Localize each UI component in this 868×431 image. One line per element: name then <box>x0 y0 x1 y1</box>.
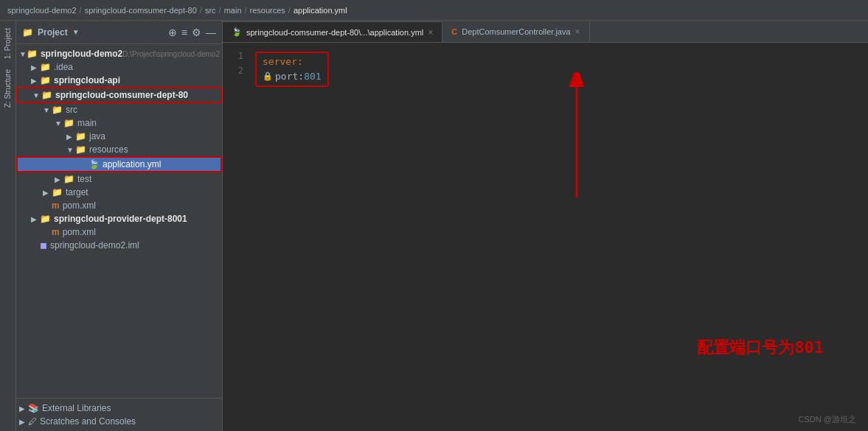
tree-arrow-main: ▼ <box>55 119 63 127</box>
tree-item-scratches-consoles[interactable]: ▶🖊Scratches and Consoles <box>16 415 222 428</box>
tree-icon-springcloud-comsumer-dept-80: 📁 <box>41 90 52 100</box>
annotation-text: 配置端口号为801 <box>697 338 824 357</box>
tree-label-test: test <box>77 174 91 184</box>
breadcrumb-part-5[interactable]: resources <box>250 6 285 15</box>
tree-label-src: src <box>66 105 77 115</box>
sidebar-title: 📁 Project ▼ <box>22 27 80 38</box>
tree-item-java[interactable]: ▶📁java <box>16 130 222 143</box>
tab-icon-application-yml-tab: 🍃 <box>232 27 242 37</box>
tree-label-idea: .idea <box>54 62 73 72</box>
vertical-tab-bar: 1: Project Z: Structure <box>0 21 16 431</box>
tree-arrow-scratches-consoles: ▶ <box>19 418 28 426</box>
tree-arrow-java: ▶ <box>66 133 75 141</box>
breadcrumb-part-4[interactable]: main <box>224 6 242 15</box>
tree-item-application-yml[interactable]: 🍃application.yml <box>16 156 222 172</box>
code-line-1: server: <box>263 55 322 69</box>
tree-arrow-target: ▶ <box>43 189 52 197</box>
tree-label-springcloud-comsumer-dept-80: springcloud-comsumer-dept-80 <box>55 90 188 100</box>
tree-item-main[interactable]: ▼📁main <box>16 116 222 130</box>
tree-icon-springcloud-demo2-iml: ◼ <box>40 240 47 250</box>
tree-item-springcloud-demo2[interactable]: ▼📁springcloud-demo2 D:\Project\springclo… <box>16 47 222 60</box>
tree-item-pom-xml-provider[interactable]: mpom.xml <box>16 225 222 239</box>
tab-icon-deptcomsumer-java-tab: C <box>451 27 457 36</box>
tree-label-springcloud-api: springcloud-api <box>54 75 120 85</box>
tree-label-main: main <box>77 118 97 128</box>
tree-item-springcloud-demo2-iml[interactable]: ◼springcloud-demo2.iml <box>16 239 222 252</box>
tree-icon-target: 📁 <box>52 187 63 197</box>
structure-vtab[interactable]: Z: Structure <box>1 65 14 112</box>
tree-item-springcloud-comsumer-dept-80[interactable]: ▼📁springcloud-comsumer-dept-80 <box>16 87 222 103</box>
settings-icon[interactable]: ⚙ <box>192 27 201 38</box>
tree-icon-java: 📁 <box>75 131 86 141</box>
sidebar-actions: ⊕ ≡ ⚙ — <box>168 27 216 38</box>
tree-icon-springcloud-demo2: 📁 <box>27 49 38 59</box>
tree-label-springcloud-demo2-iml: springcloud-demo2.iml <box>50 240 139 250</box>
tree-arrow-test: ▶ <box>55 175 63 183</box>
tree-label-application-yml: application.yml <box>103 159 161 169</box>
tree-arrow-idea: ▶ <box>31 63 40 71</box>
code-area[interactable]: server: 🔒 port: 801 <box>249 49 868 425</box>
breadcrumb-part-2[interactable]: springcloud-comsumer-dept-80 <box>85 6 197 15</box>
tree-arrow-resources: ▼ <box>66 146 75 154</box>
tree-icon-test: 📁 <box>63 174 74 184</box>
tree-label-pom-xml-provider: pom.xml <box>63 227 96 237</box>
tree-arrow-src: ▼ <box>43 106 52 114</box>
tree-icon-scratches-consoles: 🖊 <box>28 416 37 427</box>
locate-icon[interactable]: ⊕ <box>168 27 177 38</box>
tab-label-application-yml-tab: springcloud-comsumer-dept-80\...\applica… <box>246 28 423 37</box>
tree-icon-main: 📁 <box>63 118 74 128</box>
tree-item-test[interactable]: ▶📁test <box>16 172 222 186</box>
tree-label-resources: resources <box>89 144 128 155</box>
line-numbers: 1 2 <box>223 49 249 425</box>
tree-item-springcloud-api[interactable]: ▶📁springcloud-api <box>16 74 222 87</box>
tree-arrow-external-libraries: ▶ <box>19 404 28 413</box>
tree-item-springcloud-provider-dept-8001[interactable]: ▶📁springcloud-provider-dept-8001 <box>16 212 222 225</box>
tree-icon-pom-xml-consumer: m <box>52 200 60 211</box>
tree-icon-springcloud-provider-dept-8001: 📁 <box>40 214 51 224</box>
tab-deptcomsumer-java-tab[interactable]: CDeptComsumerController.java× <box>442 21 589 42</box>
tree-extra-springcloud-demo2: D:\Project\springcloud-demo2 <box>122 50 220 58</box>
tree-item-pom-xml-consumer[interactable]: mpom.xml <box>16 199 222 212</box>
editor-content[interactable]: 1 2 server: 🔒 port: 801 <box>223 43 868 431</box>
tree-icon-springcloud-api: 📁 <box>40 75 51 85</box>
tree-label-scratches-consoles: Scratches and Consoles <box>40 416 136 427</box>
tab-close-application-yml-tab[interactable]: × <box>428 27 433 38</box>
tree-arrow-springcloud-comsumer-dept-80: ▼ <box>32 91 41 99</box>
tab-label-deptcomsumer-java-tab: DeptComsumerController.java <box>462 27 570 36</box>
tree-item-idea[interactable]: ▶📁.idea <box>16 60 222 74</box>
code-line-2: 🔒 port: 801 <box>263 69 322 84</box>
breadcrumb-part-6[interactable]: application.yml <box>294 6 347 15</box>
breadcrumb-sep-5: / <box>288 6 291 15</box>
tree-label-java: java <box>89 131 105 141</box>
project-vtab[interactable]: 1: Project <box>1 24 14 63</box>
server-block: server: 🔒 port: 801 <box>255 52 329 87</box>
tree-label-target: target <box>66 187 88 197</box>
tree-item-resources[interactable]: ▼📁resources <box>16 143 222 156</box>
sidebar-dropdown-icon[interactable]: ▼ <box>72 28 80 36</box>
tree-icon-src: 📁 <box>52 105 63 115</box>
close-sidebar-icon[interactable]: — <box>206 27 216 38</box>
tree-icon-application-yml: 🍃 <box>88 159 100 169</box>
tree-label-pom-xml-consumer: pom.xml <box>63 200 96 211</box>
code-server-keyword: server: <box>263 55 303 69</box>
tree-icon-idea: 📁 <box>40 62 51 72</box>
sidebar-tree[interactable]: ▼📁springcloud-demo2 D:\Project\springclo… <box>16 44 222 398</box>
tab-application-yml-tab[interactable]: 🍃springcloud-comsumer-dept-80\...\applic… <box>223 21 442 42</box>
tree-label-external-libraries: External Libraries <box>42 403 111 413</box>
tree-arrow-springcloud-api: ▶ <box>31 77 40 85</box>
tree-arrow-springcloud-demo2: ▼ <box>19 50 27 58</box>
tree-label-springcloud-provider-dept-8001: springcloud-provider-dept-8001 <box>54 214 187 224</box>
breadcrumb-sep-3: / <box>219 6 221 15</box>
breadcrumb-part-3[interactable]: src <box>205 6 216 15</box>
breadcrumb-part-1[interactable]: springcloud-demo2 <box>7 6 77 15</box>
sidebar: 📁 Project ▼ ⊕ ≡ ⚙ — ▼📁springcloud-demo2 … <box>16 21 223 431</box>
tree-item-src[interactable]: ▼📁src <box>16 103 222 116</box>
tree-item-target[interactable]: ▶📁target <box>16 186 222 199</box>
breadcrumb-sep-1: / <box>80 6 82 15</box>
tree-item-external-libraries[interactable]: ▶📚External Libraries <box>16 402 222 415</box>
tab-close-deptcomsumer-java-tab[interactable]: × <box>575 27 580 37</box>
annotation-arrow <box>532 72 621 209</box>
collapse-icon[interactable]: ≡ <box>181 27 187 38</box>
code-port-label: port: <box>275 69 304 84</box>
breadcrumb: springcloud-demo2 / springcloud-comsumer… <box>0 0 868 21</box>
